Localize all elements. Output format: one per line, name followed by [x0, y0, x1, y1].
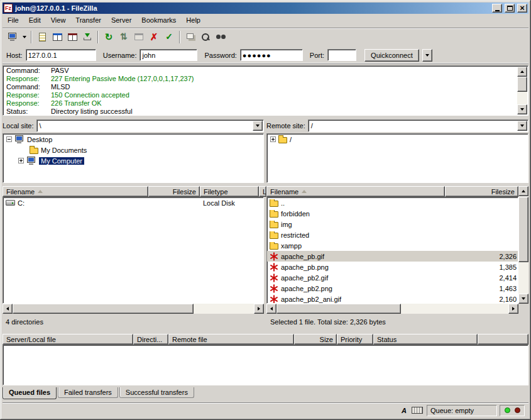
column-header-filetype[interactable]: Filetype [200, 186, 259, 197]
toggle-remote-tree-button[interactable] [65, 30, 80, 45]
scroll-up-button[interactable] [518, 186, 528, 196]
open-folder-icon [278, 137, 287, 143]
compare-button[interactable] [183, 30, 198, 45]
local-site-combobox[interactable]: \ [36, 119, 264, 132]
scroll-left-button[interactable] [3, 304, 13, 314]
binary-indicator-icon[interactable] [410, 406, 424, 416]
password-label: Password: [204, 52, 236, 59]
expand-plus-icon[interactable] [18, 158, 24, 163]
column-header-remote-file[interactable]: Remote file [168, 334, 294, 345]
column-header-server-local-file[interactable]: Server/Local file [3, 334, 133, 345]
scroll-down-button[interactable] [518, 294, 528, 304]
column-header-status[interactable]: Status [373, 334, 478, 345]
scrollbar-thumb[interactable] [517, 77, 527, 92]
queue-list[interactable] [3, 345, 528, 385]
tree-item-label-selected: My Computer [39, 157, 84, 165]
file-row[interactable]: C: Local Disk [3, 197, 263, 208]
file-row[interactable]: xampp [267, 240, 518, 251]
log-scrollbar[interactable] [517, 67, 527, 114]
desktop-icon [14, 135, 25, 144]
column-header-filename[interactable]: Filename [266, 186, 445, 197]
close-button[interactable] [517, 4, 527, 13]
port-input[interactable] [327, 49, 356, 61]
scroll-right-button[interactable] [254, 304, 264, 314]
tab-queued-files[interactable]: Queued files [3, 387, 57, 399]
tree-item-my-documents[interactable]: My Documents [3, 145, 263, 155]
scrollbar-thumb[interactable] [518, 197, 528, 262]
tree-item-root[interactable]: / [267, 134, 528, 145]
column-header-filename[interactable]: Filename [3, 186, 148, 197]
preview-button[interactable] [131, 30, 146, 45]
tree-item-label: My Documents [41, 146, 87, 154]
file-row[interactable]: apache_pb.png 1,385 [267, 262, 518, 272]
scroll-down-button[interactable] [517, 104, 527, 114]
statusbar: Queue: empty [3, 402, 528, 417]
computer-icon [26, 156, 36, 165]
site-manager-dropdown-button[interactable] [20, 30, 28, 45]
remote-site-combobox[interactable]: / [308, 119, 528, 132]
file-row[interactable]: forbidden [267, 208, 518, 219]
file-row[interactable]: apache_pb2.png 1,463 [267, 283, 518, 294]
menu-file[interactable]: File [3, 14, 24, 26]
scrollbar-thumb[interactable] [13, 304, 194, 314]
file-row[interactable]: apache_pb2.gif 2,414 [267, 272, 518, 283]
menu-edit[interactable]: Edit [24, 14, 46, 26]
menu-bookmarks[interactable]: Bookmarks [136, 14, 181, 26]
green-led-icon [505, 407, 510, 413]
column-header-direction[interactable]: Directi... [133, 334, 168, 345]
transfer-type-ascii-icon[interactable] [400, 406, 408, 416]
column-header-filesize[interactable]: Filesize [445, 186, 518, 197]
file-row[interactable]: .. [267, 197, 518, 208]
image-file-icon [270, 295, 278, 304]
tree-item-my-computer[interactable]: My Computer [3, 155, 263, 166]
site-manager-icon [8, 32, 18, 41]
find-button[interactable] [198, 30, 213, 45]
column-header-priority[interactable]: Priority [337, 334, 373, 345]
scroll-left-button[interactable] [266, 304, 276, 314]
tab-successful-transfers[interactable]: Successful transfers [119, 387, 194, 398]
toggle-log-button[interactable] [35, 30, 50, 45]
refresh-button[interactable] [101, 30, 116, 45]
tab-failed-transfers[interactable]: Failed transfers [58, 387, 118, 398]
verify-button[interactable] [161, 30, 177, 45]
menu-server[interactable]: Server [106, 14, 136, 26]
tree-item-desktop[interactable]: Desktop [3, 134, 263, 145]
menu-view[interactable]: View [46, 14, 71, 26]
process-queue-button[interactable] [116, 30, 131, 45]
toggle-local-tree-button[interactable] [50, 30, 65, 45]
expand-plus-icon[interactable] [270, 136, 276, 142]
minimize-button[interactable] [492, 4, 502, 13]
quickconnect-dropdown-button[interactable] [422, 49, 432, 62]
local-list-hscrollbar[interactable] [3, 304, 264, 314]
file-row[interactable]: img [267, 219, 518, 229]
remote-list-vscrollbar[interactable] [518, 186, 528, 304]
toolbar-separator [31, 31, 32, 43]
column-header-lastmodified[interactable]: L [259, 186, 266, 197]
site-manager-button[interactable] [5, 30, 20, 45]
remote-site-dropdown-button[interactable] [517, 121, 527, 131]
maximize-button[interactable] [505, 4, 515, 13]
host-input[interactable] [26, 49, 96, 61]
scroll-down-icon [522, 297, 525, 300]
column-header-filesize[interactable]: Filesize [148, 186, 200, 197]
scroll-up-button[interactable] [517, 67, 527, 77]
file-row[interactable]: apache_pb2_ani.gif 2,160 [267, 294, 518, 304]
remote-list-hscrollbar[interactable] [266, 304, 518, 314]
quickconnect-button[interactable]: Quickconnect [364, 49, 419, 62]
search-icon [201, 33, 210, 41]
menu-transfer[interactable]: Transfer [70, 14, 106, 26]
toggle-queue-button[interactable] [80, 30, 95, 45]
file-row[interactable]: restricted [267, 229, 518, 240]
username-input[interactable] [140, 49, 197, 61]
collapse-minus-icon[interactable] [6, 136, 12, 142]
file-row-selected[interactable]: apache_pb.gif 2,326 [267, 251, 518, 262]
column-header-size[interactable]: Size [294, 334, 337, 345]
scrollbar-thumb[interactable] [276, 304, 401, 314]
password-input[interactable] [240, 49, 303, 61]
scroll-right-button[interactable] [508, 304, 518, 314]
titlebar[interactable]: john@127.0.0.1 - FileZilla [3, 3, 528, 14]
filter-button[interactable] [213, 30, 228, 45]
abort-button[interactable] [146, 30, 161, 45]
menu-help[interactable]: Help [181, 14, 205, 26]
local-site-dropdown-button[interactable] [253, 121, 263, 131]
